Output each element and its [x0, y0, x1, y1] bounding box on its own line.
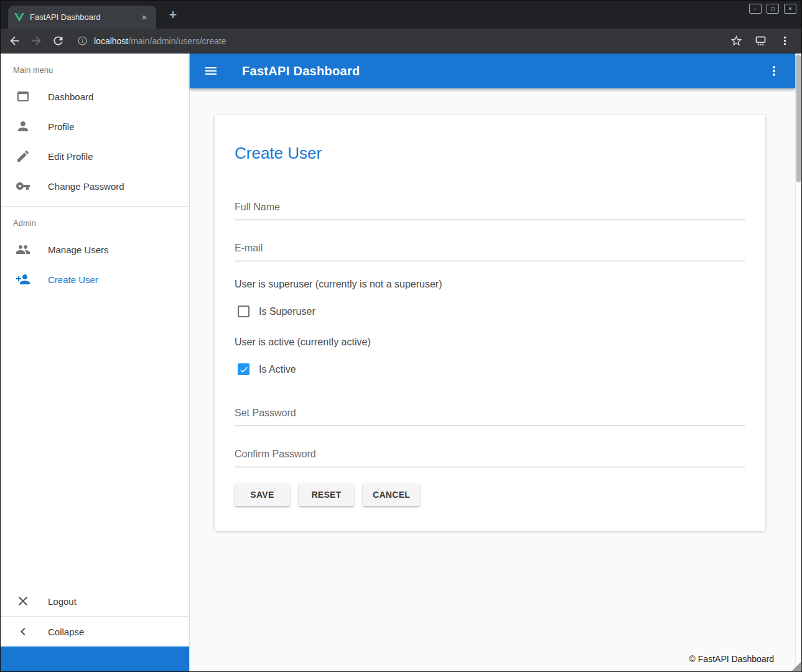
reload-icon[interactable]: [52, 34, 65, 47]
active-checkbox-label[interactable]: Is Active: [259, 364, 296, 375]
page-title: Create User: [235, 144, 745, 163]
app-title: FastAPI Dashboard: [242, 64, 360, 78]
checkmark-icon: [239, 365, 249, 375]
sidebar-item-logout[interactable]: Logout: [1, 586, 189, 616]
browser-window: FastAPI Dashboard × + – □ × localhost/ma…: [0, 0, 802, 672]
browser-navbar: localhost/main/admin/users/create: [1, 29, 801, 54]
window-controls: – □ ×: [749, 4, 796, 14]
url-host: localhost: [94, 36, 128, 46]
set-password-field[interactable]: [235, 404, 745, 426]
superuser-hint: User is superuser (currently is not a su…: [235, 279, 745, 290]
tab-title: FastAPI Dashboard: [30, 12, 133, 22]
navbar-actions: [730, 34, 794, 47]
pencil-icon: [16, 149, 30, 164]
browser-titlebar: FastAPI Dashboard × + – □ ×: [1, 1, 801, 29]
sidebar-item-edit-profile[interactable]: Edit Profile: [1, 141, 189, 171]
superuser-checkbox[interactable]: [238, 306, 249, 317]
sidebar-item-label: Logout: [48, 596, 77, 607]
hamburger-menu-icon[interactable]: [203, 63, 218, 78]
bookmark-star-icon[interactable]: [730, 34, 743, 47]
back-icon[interactable]: [8, 34, 21, 47]
sidebar-item-change-password[interactable]: Change Password: [1, 171, 189, 201]
confirm-password-field[interactable]: [235, 445, 745, 467]
page-scrollbar[interactable]: [795, 54, 801, 671]
person-icon: [16, 119, 30, 134]
sidebar-item-label: Edit Profile: [48, 151, 93, 162]
window-minimize-button[interactable]: –: [749, 4, 762, 14]
page-info-icon[interactable]: [77, 35, 88, 46]
window-resize-grip[interactable]: [792, 662, 801, 671]
app-footer: © FastAPI Dashboard: [190, 646, 795, 671]
tab-close-icon[interactable]: ×: [139, 12, 150, 23]
app-toolbar: FastAPI Dashboard: [190, 54, 795, 88]
browser-menu-icon[interactable]: [778, 34, 791, 47]
full-name-field[interactable]: [235, 198, 745, 220]
sidebar-item-manage-users[interactable]: Manage Users: [1, 235, 189, 264]
sidebar-section-admin: Admin: [1, 207, 189, 235]
vue-logo-icon: [14, 12, 24, 22]
page-area: Create User User is superuser (currently…: [190, 88, 795, 646]
cancel-button[interactable]: CANCEL: [363, 483, 420, 506]
close-x-icon: [16, 594, 30, 609]
sidebar-item-collapse[interactable]: Collapse: [1, 617, 189, 646]
web-asset-icon: [16, 89, 30, 104]
chevron-left-icon: [16, 624, 30, 639]
scrollbar-thumb[interactable]: [796, 55, 801, 182]
main-content: FastAPI Dashboard Create User User is su…: [190, 54, 795, 671]
browser-tab[interactable]: FastAPI Dashboard ×: [8, 6, 156, 29]
sidebar-footer-strip: [1, 646, 189, 671]
sidebar: Main menu Dashboard Profile Edit Profile…: [1, 54, 190, 671]
window-maximize-button[interactable]: □: [767, 4, 779, 14]
email-field[interactable]: [235, 239, 745, 261]
new-tab-button[interactable]: +: [165, 7, 181, 23]
url-text: localhost/main/admin/users/create: [94, 36, 226, 46]
sidebar-item-label: Dashboard: [48, 91, 93, 102]
window-close-button[interactable]: ×: [784, 4, 796, 14]
sidebar-item-label: Create User: [48, 274, 98, 285]
sidebar-item-label: Manage Users: [48, 245, 109, 255]
url-path: /main/admin/users/create: [128, 36, 226, 46]
active-checkbox-row[interactable]: Is Active: [235, 363, 745, 375]
sidebar-item-label: Collapse: [48, 627, 84, 637]
save-button[interactable]: SAVE: [235, 483, 290, 506]
active-checkbox[interactable]: [238, 363, 249, 375]
sidebar-item-profile[interactable]: Profile: [1, 111, 189, 141]
people-icon: [16, 242, 30, 257]
sidebar-item-create-user[interactable]: Create User: [1, 264, 189, 294]
create-user-card: Create User User is superuser (currently…: [215, 115, 765, 531]
extension-icon[interactable]: [754, 34, 767, 47]
person-add-icon: [16, 272, 30, 287]
forward-icon[interactable]: [30, 34, 43, 47]
sidebar-item-label: Change Password: [48, 181, 124, 192]
reset-button[interactable]: RESET: [299, 483, 354, 506]
sidebar-section-main-menu: Main menu: [1, 54, 189, 82]
active-hint: User is active (currently active): [235, 337, 745, 348]
toolbar-menu-icon[interactable]: [767, 63, 781, 78]
sidebar-item-dashboard[interactable]: Dashboard: [1, 82, 189, 111]
sidebar-item-label: Profile: [48, 121, 75, 132]
key-icon: [16, 179, 30, 194]
app-body: Main menu Dashboard Profile Edit Profile…: [1, 54, 801, 671]
sidebar-spacer: [1, 294, 189, 586]
superuser-checkbox-row[interactable]: Is Superuser: [235, 306, 745, 317]
superuser-checkbox-label[interactable]: Is Superuser: [259, 306, 315, 317]
copyright-text: © FastAPI Dashboard: [689, 654, 774, 664]
address-bar[interactable]: localhost/main/admin/users/create: [77, 35, 721, 46]
form-actions: SAVE RESET CANCEL: [235, 483, 745, 506]
